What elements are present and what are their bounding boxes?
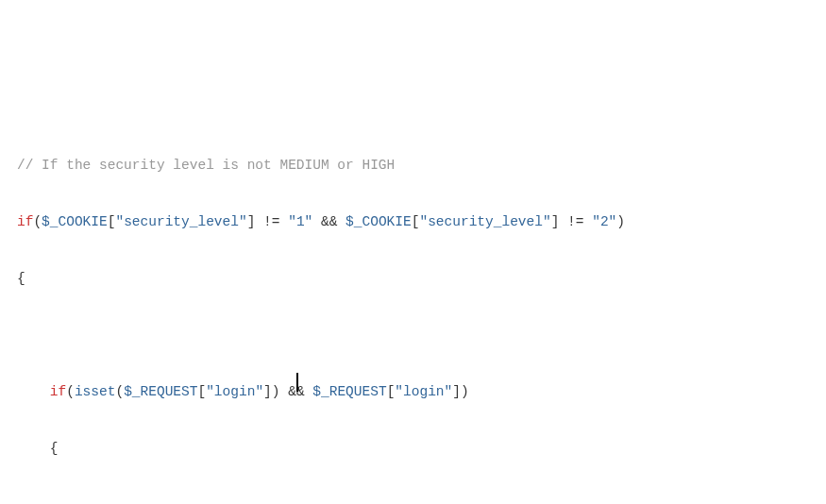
string: "1" bbox=[288, 214, 312, 229]
indent bbox=[17, 384, 50, 399]
paren: ( bbox=[115, 384, 124, 399]
var-cookie: $_COOKIE bbox=[346, 214, 412, 229]
bracket: ] bbox=[263, 384, 272, 399]
var-cookie: $_COOKIE bbox=[42, 214, 108, 229]
keyword-if: if bbox=[17, 214, 33, 229]
fn-isset: isset bbox=[75, 384, 116, 399]
indent bbox=[17, 441, 50, 456]
string: "2" bbox=[592, 214, 616, 229]
code-line: if(isset($_REQUEST["login"]) && $_REQUES… bbox=[17, 378, 809, 406]
op-neq: != bbox=[255, 214, 288, 229]
text-cursor bbox=[296, 373, 298, 392]
paren: ( bbox=[66, 384, 75, 399]
paren: ( bbox=[33, 214, 42, 229]
code-block: // If the security level is not MEDIUM o… bbox=[17, 123, 809, 504]
code-line: { bbox=[17, 264, 809, 293]
brace: { bbox=[17, 271, 25, 286]
keyword-if: if bbox=[50, 384, 66, 399]
code-line: // If the security level is not MEDIUM o… bbox=[17, 151, 809, 179]
bracket: [ bbox=[197, 384, 206, 399]
bracket: ] bbox=[452, 384, 461, 399]
string: "security_level" bbox=[419, 214, 550, 229]
var-request: $_REQUEST bbox=[312, 384, 386, 399]
string: "security_level" bbox=[115, 214, 246, 229]
brace: { bbox=[50, 441, 59, 456]
comment: // If the security level is not MEDIUM o… bbox=[17, 158, 395, 173]
code-line bbox=[17, 491, 809, 504]
code-line: { bbox=[17, 434, 809, 462]
string: "login" bbox=[395, 384, 452, 399]
paren: ) bbox=[272, 384, 280, 399]
paren: ) bbox=[616, 214, 625, 229]
code-line: if($_COOKIE["security_level"] != "1" && … bbox=[17, 208, 809, 236]
op-neq: != bbox=[559, 214, 592, 229]
var-request: $_REQUEST bbox=[124, 384, 197, 399]
op-and: && bbox=[312, 214, 346, 229]
paren: ) bbox=[461, 384, 469, 399]
string: "login" bbox=[206, 384, 263, 399]
code-line bbox=[17, 321, 809, 349]
